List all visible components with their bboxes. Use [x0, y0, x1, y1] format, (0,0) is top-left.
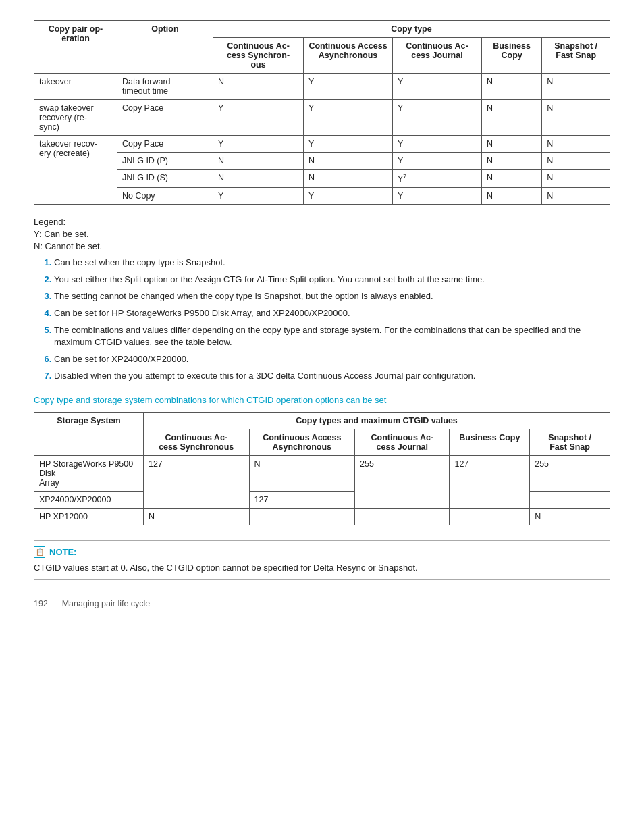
col-header-ca-journal: Continuous Ac-cess Journal [392, 38, 481, 74]
col-header-snapshot: Snapshot /Fast Snap [542, 38, 610, 74]
cell-ca-journal: Y [392, 136, 481, 153]
col-header-storage: Storage System [34, 412, 144, 455]
cell-ca-async: Y [304, 188, 393, 205]
cell-storage: XP24000/XP20000 [34, 491, 144, 508]
section-heading: Copy type and storage system combination… [34, 395, 610, 405]
col-header-ctgid: Copy types and maximum CTGID values [143, 412, 610, 429]
cell-ca-journal: Y [392, 74, 481, 100]
cell-ca-async: Y [304, 74, 393, 100]
cell-ca-async: N [304, 170, 393, 188]
cell-snap: N [542, 74, 610, 100]
cell-ca-async [249, 508, 355, 525]
cell-ca-async: N [249, 455, 355, 491]
table-row: swap takeoverrecovery (re-sync) Copy Pac… [34, 100, 610, 136]
list-item: The setting cannot be changed when the c… [54, 290, 610, 303]
legend-n: N: Cannot be set. [34, 241, 610, 251]
cell-ca-sync: 127 [143, 455, 249, 508]
cell-ca-sync: N [213, 170, 303, 188]
cell-option: JNLG ID (S) [117, 170, 213, 188]
page-footer: 192 Managing pair life cycle [34, 599, 610, 608]
cell-ca-journal: Y [392, 100, 481, 136]
cell-op: swap takeoverrecovery (re-sync) [34, 100, 117, 136]
note-box: 📋 NOTE: CTGID values start at 0. Also, t… [34, 540, 610, 581]
cell-option: Copy Pace [117, 136, 213, 153]
cell-biz [450, 508, 530, 525]
col-header-copy-pair-op: Copy pair op- eration [34, 21, 117, 74]
table-row: takeover Data forwardtimeout time N Y Y … [34, 74, 610, 100]
cell-option: Copy Pace [117, 100, 213, 136]
cell-ca-journal: Y [392, 188, 481, 205]
cell-biz: N [481, 170, 541, 188]
cell-biz: N [481, 188, 541, 205]
cell-ca-sync: N [143, 508, 249, 525]
cell-biz: N [481, 136, 541, 153]
col-header-ca-async: Continuous AccessAsynchronous [304, 38, 393, 74]
legend-title: Legend: [34, 217, 610, 227]
cell-ca-sync: Y [213, 188, 303, 205]
table-row: takeover recov-ery (recreate) Copy Pace … [34, 136, 610, 153]
list-item: You set either the Split option or the A… [54, 273, 610, 286]
cell-snap: N [542, 100, 610, 136]
cell-snap: N [542, 188, 610, 205]
cell-snap: N [530, 508, 610, 525]
table-row: HP StorageWorks P9500 DiskArray 127 N 25… [34, 455, 610, 491]
col-header-s-biz: Business Copy [450, 429, 530, 455]
cell-storage: HP XP12000 [34, 508, 144, 525]
legend-y: Y: Can be set. [34, 229, 610, 239]
list-item: Can be set for XP24000/XP20000. [54, 353, 610, 366]
cell-snap: 255 [530, 455, 610, 491]
note-title: 📋 NOTE: [34, 546, 610, 558]
table-row: JNLG ID (S) N N Y7 N N [34, 170, 610, 188]
col-header-s-ca-sync: Continuous Ac-cess Synchronous [143, 429, 249, 455]
page-number: 192 [34, 599, 48, 608]
table-row: No Copy Y Y Y N N [34, 188, 610, 205]
cell-ca-async: Y [304, 100, 393, 136]
col-header-biz-copy: BusinessCopy [481, 38, 541, 74]
note-icon: 📋 [34, 546, 45, 558]
cell-ca-sync: N [213, 74, 303, 100]
cell-ca-async: Y [304, 136, 393, 153]
cell-snap: N [542, 153, 610, 170]
cell-ca-async: N [304, 153, 393, 170]
col-header-s-snap: Snapshot /Fast Snap [530, 429, 610, 455]
cell-biz: N [481, 100, 541, 136]
col-header-copy-type: Copy type [213, 21, 610, 38]
cell-biz: 127 [450, 455, 530, 508]
note-text: CTGID values start at 0. Also, the CTGID… [34, 561, 610, 575]
cell-storage: HP StorageWorks P9500 DiskArray [34, 455, 144, 491]
cell-op: takeover [34, 74, 117, 100]
cell-ca-journal: Y [392, 153, 481, 170]
notes-list: Can be set when the copy type is Snapsho… [54, 257, 610, 383]
list-item: Can be set when the copy type is Snapsho… [54, 257, 610, 269]
cell-ca-sync: N [213, 153, 303, 170]
cell-snap [530, 491, 610, 508]
table-row: JNLG ID (P) N N Y N N [34, 153, 610, 170]
table-row: HP XP12000 N N [34, 508, 610, 525]
cell-ca-journal: Y7 [392, 170, 481, 188]
cell-option: JNLG ID (P) [117, 153, 213, 170]
cell-ca-async: 127 [249, 491, 355, 508]
cell-option: Data forwardtimeout time [117, 74, 213, 100]
col-header-s-ca-async: Continuous AccessAsynchronous [249, 429, 355, 455]
cell-ca-journal [355, 508, 450, 525]
cell-snap: N [542, 136, 610, 153]
col-header-ca-sync: Continuous Ac-cess Synchron-ous [213, 38, 303, 74]
cell-op: takeover recov-ery (recreate) [34, 136, 117, 205]
col-header-s-ca-journal: Continuous Ac-cess Journal [355, 429, 450, 455]
cell-option: No Copy [117, 188, 213, 205]
col-header-option: Option [117, 21, 213, 74]
cell-biz: N [481, 153, 541, 170]
footer-text: Managing pair life cycle [62, 599, 151, 608]
copy-pair-table: Copy pair op- eration Option Copy type C… [34, 20, 610, 205]
cell-biz: N [481, 74, 541, 100]
list-item: The combinations and values differ depen… [54, 324, 610, 350]
list-item: Can be set for HP StorageWorks P9500 Dis… [54, 307, 610, 320]
cell-ca-journal: 255 [355, 455, 450, 508]
cell-ca-sync: Y [213, 100, 303, 136]
cell-snap: N [542, 170, 610, 188]
storage-system-table: Storage System Copy types and maximum CT… [34, 412, 610, 525]
list-item: Disabled when the you attempt to execute… [54, 370, 610, 383]
cell-ca-sync: Y [213, 136, 303, 153]
legend-section: Legend: Y: Can be set. N: Cannot be set. [34, 217, 610, 251]
